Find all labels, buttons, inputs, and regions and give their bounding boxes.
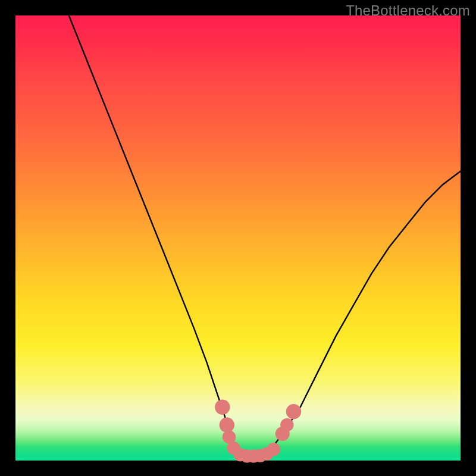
watermark-text: TheBottleneck.com <box>346 2 470 19</box>
marker-dot <box>267 443 280 456</box>
marker-dot <box>280 418 293 431</box>
chart-frame: TheBottleneck.com <box>0 0 476 476</box>
marker-dot <box>215 400 230 415</box>
marker-dots <box>215 400 301 463</box>
plot-area <box>15 15 461 461</box>
bottleneck-curve <box>69 15 461 456</box>
curve-svg <box>15 15 461 461</box>
marker-dot <box>220 418 234 433</box>
marker-dot <box>286 404 301 419</box>
